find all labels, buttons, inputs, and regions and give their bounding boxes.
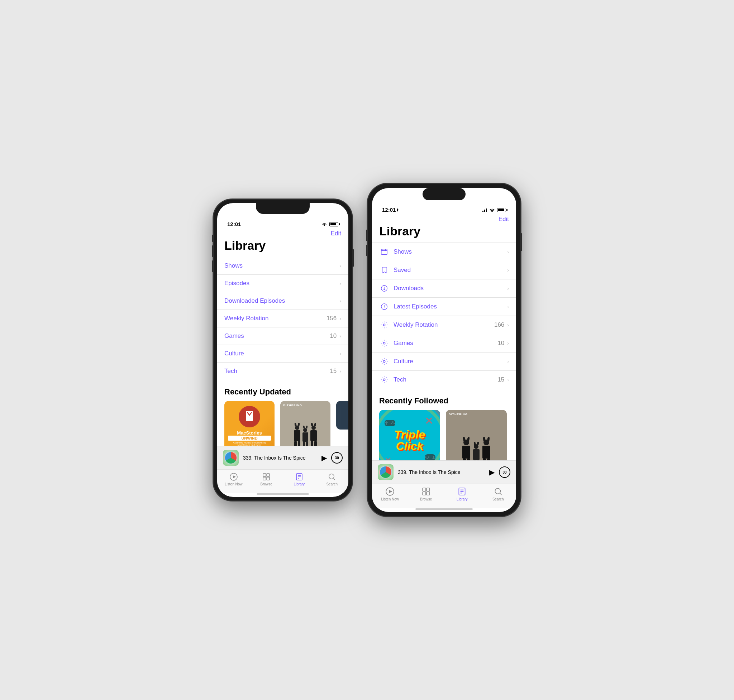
notch xyxy=(256,203,310,214)
svg-marker-2 xyxy=(233,475,236,478)
tech-icon xyxy=(379,376,389,384)
right-list-item-culture[interactable]: Culture › xyxy=(372,353,516,371)
svg-line-12 xyxy=(334,479,336,480)
library-title-right: Library xyxy=(372,223,516,243)
left-list-item-episodes[interactable]: Episodes › xyxy=(217,275,348,292)
svg-point-20 xyxy=(383,342,385,344)
right-list-item-tech[interactable]: Tech 15 › xyxy=(372,371,516,389)
tab-browse-right[interactable]: Browse xyxy=(408,487,444,501)
podcast-item-partial1[interactable]: 71 xyxy=(336,401,348,446)
left-list-item-downloaded[interactable]: Downloaded Episodes › xyxy=(217,292,348,310)
volume-up-button[interactable] xyxy=(212,246,213,257)
right-page-header: Edit xyxy=(372,213,516,223)
svg-rect-3 xyxy=(263,474,266,476)
saved-icon xyxy=(379,266,389,274)
svg-rect-37 xyxy=(423,488,426,491)
dynamic-island xyxy=(423,188,466,200)
svg-rect-40 xyxy=(426,492,430,495)
np-skip-left[interactable]: 30 xyxy=(331,452,343,463)
svg-rect-6 xyxy=(267,477,270,480)
culture-icon xyxy=(379,357,389,365)
svg-point-33 xyxy=(428,456,429,458)
podcast-item-dithering-left[interactable]: DITHERING xyxy=(280,401,330,446)
tab-listen-now-right[interactable]: Listen Now xyxy=(372,487,408,501)
tab-search-right[interactable]: Search xyxy=(480,487,516,501)
right-list-item-latest[interactable]: Latest Episodes › xyxy=(372,298,516,316)
volume-down-button[interactable] xyxy=(212,260,213,272)
now-playing-bar-right[interactable]: 339. The Inbox Is The Spice ▶ 30 xyxy=(372,460,516,484)
podcast-item-macstories[interactable]: MacStories UNWIND A weekly review of eve… xyxy=(224,401,274,446)
tab-listen-now-left[interactable]: Listen Now xyxy=(217,472,250,486)
latest-episodes-icon xyxy=(379,303,389,310)
tab-search-left[interactable]: Search xyxy=(316,472,349,486)
left-list-item-shows[interactable]: Shows › xyxy=(217,257,348,275)
recently-followed-header: Recently Followed xyxy=(372,389,516,410)
podcast-art-macstories: MacStories UNWIND A weekly review of eve… xyxy=(224,401,274,446)
podcast-art-tripleclick: ✕ ✕ Triple Click xyxy=(379,410,440,460)
np-title-right: 339. The Inbox Is The Spice xyxy=(398,469,485,475)
status-time-right: 12:01 xyxy=(382,207,400,213)
podcast-art-dithering-right: DITHERING xyxy=(446,410,507,460)
power-button[interactable] xyxy=(352,249,354,267)
np-skip-right[interactable]: 30 xyxy=(499,466,510,478)
right-list-item-games[interactable]: Games 10 › xyxy=(372,334,516,353)
svg-rect-25 xyxy=(385,422,388,423)
right-volume-up[interactable] xyxy=(366,229,367,241)
wifi-icon xyxy=(321,222,327,226)
podcast-item-dithering-right[interactable]: DITHERING xyxy=(446,410,507,460)
games-icon xyxy=(379,339,389,347)
right-list-section: Shows › Saved › xyxy=(372,243,516,389)
svg-rect-31 xyxy=(432,458,435,459)
right-list-item-weekly[interactable]: Weekly Rotation 166 › xyxy=(372,316,516,334)
downloads-icon xyxy=(379,284,389,292)
right-list-item-downloads[interactable]: Downloads › xyxy=(372,279,516,298)
np-title-left: 339. The Inbox Is The Spice xyxy=(243,455,317,461)
right-phone: 12:01 Edit Librar xyxy=(367,183,521,517)
svg-rect-39 xyxy=(423,492,426,495)
left-screen: 12:01 Edit Library Shows xyxy=(217,203,348,497)
left-list-section: Shows › Episodes › Downloaded Episodes ›… xyxy=(217,257,348,380)
svg-point-32 xyxy=(426,458,428,459)
tab-bar-right: Listen Now Browse Library xyxy=(372,484,516,508)
svg-point-45 xyxy=(495,488,500,494)
svg-rect-13 xyxy=(381,249,388,255)
edit-button-left[interactable]: Edit xyxy=(331,230,341,237)
podcast-grid-left: MacStories UNWIND A weekly review of eve… xyxy=(217,401,348,446)
tab-browse-left[interactable]: Browse xyxy=(250,472,283,486)
right-volume-down[interactable] xyxy=(366,245,367,256)
right-list-item-saved[interactable]: Saved › xyxy=(372,261,516,279)
svg-rect-24 xyxy=(386,421,387,425)
left-list-item-tech[interactable]: Tech 15 › xyxy=(217,363,348,380)
edit-button-right[interactable]: Edit xyxy=(498,216,509,223)
home-indicator-left xyxy=(256,493,309,495)
svg-rect-5 xyxy=(263,477,266,480)
np-play-right[interactable]: ▶ xyxy=(489,468,495,476)
home-indicator-right xyxy=(416,508,473,510)
svg-point-21 xyxy=(383,360,385,363)
now-playing-bar-left[interactable]: 339. The Inbox Is The Spice ▶ 30 xyxy=(217,446,348,469)
svg-point-28 xyxy=(394,423,395,424)
left-list-item-games[interactable]: Games 10 › xyxy=(217,328,348,345)
podcast-item-tripleclick[interactable]: ✕ ✕ Triple Click xyxy=(379,410,440,460)
svg-point-22 xyxy=(383,379,385,381)
left-content: Edit Library Shows › Episodes › Download… xyxy=(217,227,348,446)
np-play-left[interactable]: ▶ xyxy=(321,453,327,462)
tab-library-right[interactable]: Library xyxy=(444,487,480,501)
recently-updated-header-left: Recently Updated xyxy=(217,380,348,401)
tab-library-left[interactable]: Library xyxy=(283,472,316,486)
left-list-item-culture[interactable]: Culture › xyxy=(217,345,348,363)
podcast-art-dithering-left: DITHERING xyxy=(280,401,330,446)
left-page-header: Edit xyxy=(217,227,348,237)
weekly-rotation-icon xyxy=(379,321,389,329)
silent-switch xyxy=(212,235,213,242)
status-time-left: 12:01 xyxy=(227,221,241,227)
shows-icon xyxy=(379,248,389,256)
svg-point-19 xyxy=(383,324,385,326)
right-power[interactable] xyxy=(521,233,522,251)
svg-line-46 xyxy=(500,493,502,495)
right-list-item-shows[interactable]: Shows › xyxy=(372,243,516,261)
svg-point-11 xyxy=(329,474,334,479)
right-content: Edit Library Shows › xyxy=(372,213,516,460)
left-list-item-weekly[interactable]: Weekly Rotation 156 › xyxy=(217,310,348,328)
svg-marker-36 xyxy=(389,490,392,493)
